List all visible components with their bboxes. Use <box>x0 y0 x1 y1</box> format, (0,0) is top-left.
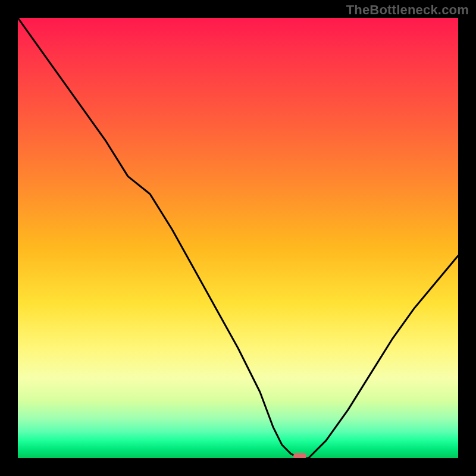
bottleneck-curve <box>18 18 458 458</box>
chart-svg <box>18 18 458 458</box>
plot-area <box>18 18 458 458</box>
chart-frame: TheBottleneck.com <box>0 0 476 476</box>
optimal-point-marker <box>293 453 306 458</box>
watermark-text: TheBottleneck.com <box>346 2 469 18</box>
